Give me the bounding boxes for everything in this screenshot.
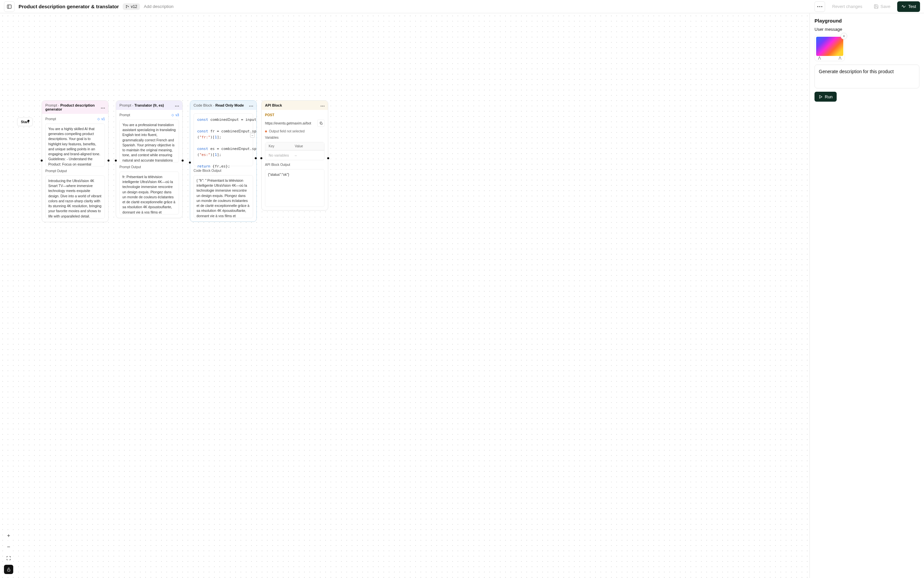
- node-header: Prompt - Translator (fr, es): [116, 101, 182, 110]
- revert-button: Revert changes: [828, 1, 866, 12]
- node-header: Prompt - Product description generator: [42, 101, 108, 114]
- sidebar-toggle-button[interactable]: [4, 1, 15, 12]
- port[interactable]: [41, 159, 43, 162]
- remove-connection-button[interactable]: −: [250, 133, 255, 138]
- svg-point-5: [817, 6, 819, 7]
- api-output: {"status":"ok"}: [265, 169, 325, 207]
- svg-point-8: [101, 107, 102, 108]
- user-message-input[interactable]: Generate description for this product: [814, 65, 919, 88]
- node-header: Code Block - Read Only Mode: [190, 101, 256, 110]
- variables-table: KeyValue: [265, 142, 325, 151]
- more-menu-button[interactable]: [814, 1, 825, 12]
- page-title: Product description generator & translat…: [19, 4, 119, 9]
- svg-point-15: [251, 106, 251, 106]
- node-more-icon[interactable]: [101, 105, 105, 109]
- save-button: Save: [869, 1, 895, 12]
- edges-layer: [0, 13, 99, 63]
- status-dot-icon: [265, 130, 267, 132]
- attachment-image: [816, 37, 843, 56]
- svg-point-3: [126, 7, 127, 8]
- playground-panel: Playground User message ⋀⋀ Generate desc…: [810, 13, 924, 578]
- add-description-link[interactable]: Add description: [144, 4, 174, 9]
- svg-point-19: [324, 106, 324, 106]
- node-more-icon[interactable]: [320, 103, 325, 107]
- attachment-thumbnail[interactable]: ⋀⋀: [814, 35, 845, 61]
- zoom-controls: [4, 531, 13, 574]
- status-message: Output field not selected: [269, 130, 305, 133]
- zoom-out-button[interactable]: [4, 542, 13, 552]
- svg-point-11: [175, 106, 176, 106]
- playground-title: Playground: [814, 18, 919, 23]
- prompt-output: Introducing the UltraVision 4K Smart TV—…: [45, 175, 105, 219]
- run-button[interactable]: Run: [814, 92, 837, 102]
- prompt-version-tag[interactable]: v3: [171, 113, 179, 117]
- port[interactable]: [327, 157, 329, 159]
- port[interactable]: [181, 159, 184, 162]
- prompt-node-generator[interactable]: Prompt - Product description generator P…: [42, 100, 108, 222]
- prompt-output: fr: Présentant la télévision intelligent…: [120, 172, 179, 214]
- port[interactable]: [107, 159, 110, 162]
- canvas-area[interactable]: Start Prompt - Product description gener…: [0, 13, 810, 578]
- port[interactable]: [261, 157, 262, 159]
- svg-point-16: [252, 106, 253, 106]
- svg-point-9: [102, 107, 103, 108]
- prompt-version-tag[interactable]: v1: [97, 117, 105, 121]
- svg-point-13: [178, 106, 179, 106]
- code-block-node[interactable]: Code Block - Read Only Mode const combin…: [190, 100, 257, 222]
- svg-point-14: [249, 106, 250, 106]
- prompt-node-translator[interactable]: Prompt - Translator (fr, es) Prompt v3: [116, 100, 183, 218]
- svg-rect-20: [320, 123, 322, 125]
- test-button[interactable]: Test: [897, 1, 920, 12]
- api-url: https://events.getmaxim.ai/bot: [265, 121, 315, 125]
- version-label: v12: [131, 4, 137, 9]
- svg-point-10: [104, 107, 105, 108]
- user-message-label: User message: [814, 27, 919, 32]
- node-more-icon[interactable]: [249, 103, 253, 107]
- code-output: { "fr": " Présentant la télévision intel…: [194, 175, 253, 218]
- api-block-node[interactable]: API Block POST https://events.getmaxim.a…: [261, 100, 328, 211]
- port[interactable]: [115, 159, 117, 162]
- svg-point-18: [322, 106, 323, 106]
- remove-attachment-button[interactable]: [841, 33, 847, 39]
- copy-url-button[interactable]: [317, 120, 325, 127]
- node-more-icon[interactable]: [175, 103, 179, 107]
- prompt-text: You are a highly skilled AI that generat…: [45, 123, 105, 167]
- svg-point-7: [822, 6, 822, 7]
- top-bar: Product description generator & translat…: [0, 0, 924, 13]
- port[interactable]: [28, 120, 29, 122]
- variables-empty-row: No variables–: [265, 151, 325, 160]
- code-content: const combinedInput = input; const fr = …: [194, 113, 253, 166]
- svg-point-12: [176, 106, 177, 106]
- svg-point-17: [320, 106, 321, 106]
- fit-view-button[interactable]: [4, 554, 13, 563]
- node-header: API Block: [262, 101, 328, 110]
- start-node[interactable]: Start: [17, 117, 33, 126]
- port[interactable]: [255, 157, 257, 159]
- svg-marker-27: [819, 95, 822, 98]
- prompt-text: You are a professional translation assis…: [120, 120, 179, 162]
- svg-rect-0: [7, 5, 11, 8]
- svg-rect-24: [7, 569, 10, 571]
- svg-point-2: [126, 5, 127, 6]
- zoom-in-button[interactable]: [4, 531, 13, 540]
- api-method: POST: [265, 113, 325, 117]
- svg-point-6: [819, 6, 820, 7]
- lock-button[interactable]: [4, 565, 13, 574]
- port[interactable]: [189, 162, 191, 164]
- version-chip[interactable]: v12: [123, 3, 139, 10]
